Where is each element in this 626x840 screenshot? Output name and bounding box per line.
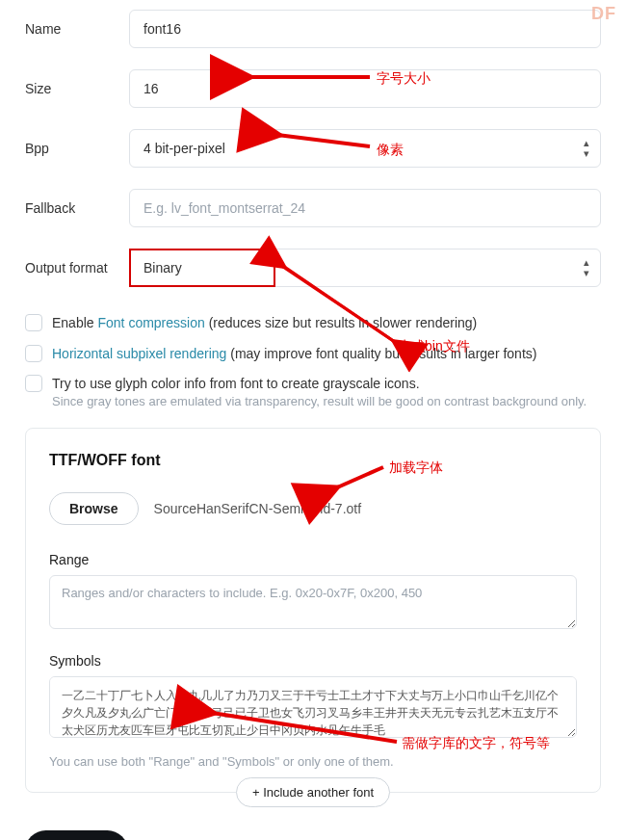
font-card: TTF/WOFF font Browse SourceHanSerifCN-Se… — [25, 428, 601, 793]
bpp-select[interactable]: 4 bit-per-pixel — [129, 129, 601, 168]
fallback-label: Fallback — [25, 200, 129, 216]
include-another-font-button[interactable]: + Include another font — [236, 777, 390, 807]
bpp-label: Bpp — [25, 141, 129, 156]
glyph-color-label: Try to use glyph color info from font to… — [52, 375, 420, 394]
glyph-color-hint: Since gray tones are emulated via transp… — [52, 394, 601, 408]
size-input[interactable] — [129, 69, 601, 108]
symbols-label: Symbols — [49, 653, 577, 669]
name-input[interactable] — [129, 10, 601, 48]
glyph-color-checkbox[interactable] — [25, 375, 42, 392]
size-label: Size — [25, 81, 129, 96]
name-label: Name — [25, 21, 129, 37]
range-textarea[interactable] — [49, 575, 577, 629]
card-title: TTF/WOFF font — [49, 452, 577, 469]
range-label: Range — [49, 552, 577, 567]
selected-file-name: SourceHanSerifCN-SemiBold-7.otf — [154, 501, 362, 516]
enable-compression-label: Enable Font compression (reduces size bu… — [52, 314, 477, 333]
submit-button[interactable]: Submit — [25, 830, 128, 840]
fallback-input[interactable] — [129, 189, 601, 227]
card-hint: You can use both "Range" and "Symbols" o… — [49, 754, 577, 769]
subpixel-rendering-checkbox[interactable] — [25, 345, 42, 362]
subpixel-rendering-label: Horizontal subpixel rendering (may impro… — [52, 345, 536, 364]
enable-compression-checkbox[interactable] — [25, 314, 42, 331]
browse-button[interactable]: Browse — [49, 492, 139, 525]
symbols-textarea[interactable] — [49, 676, 577, 738]
output-format-select[interactable]: Binary — [129, 249, 601, 287]
output-format-label: Output format — [25, 260, 129, 276]
